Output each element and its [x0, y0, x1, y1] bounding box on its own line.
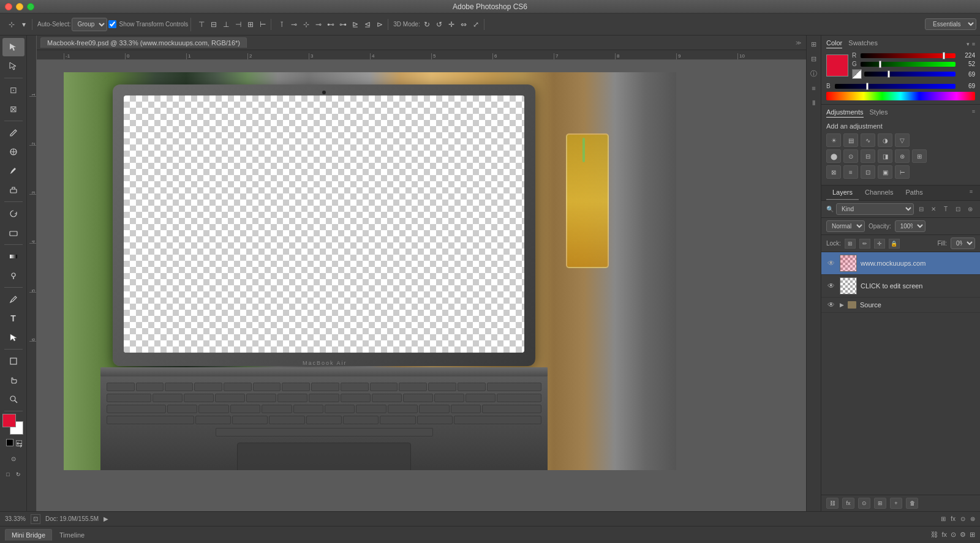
adjustment-icon[interactable]: ⊛: [970, 515, 975, 522]
layer-item-source[interactable]: 👁 ▶ Source: [821, 298, 980, 313]
mask-icon[interactable]: ⊙: [960, 515, 965, 522]
3d-rotate-icon[interactable]: ↻: [421, 19, 432, 30]
layer-item-editscreen[interactable]: 👁 CLICK to edit screen: [821, 275, 980, 298]
bottom-fx-icon[interactable]: fx: [941, 531, 947, 539]
adj-brightness-icon[interactable]: ☀: [826, 133, 841, 147]
tab-timeline[interactable]: Timeline: [53, 530, 91, 541]
dodge-tool[interactable]: [2, 266, 24, 285]
channel-b-slider-sep[interactable]: [835, 84, 956, 89]
layers-panel-menu[interactable]: ≡: [967, 185, 975, 200]
align-vc-icon[interactable]: ⊟: [208, 19, 219, 30]
adj-invert-icon[interactable]: ⊠: [826, 165, 841, 179]
adj-posterize-icon[interactable]: ≡: [843, 165, 858, 179]
dist-bottom-icon[interactable]: ⊹: [301, 19, 312, 30]
pen-tool[interactable]: [2, 290, 24, 309]
bottom-mask-icon[interactable]: ⊙: [951, 531, 956, 539]
opacity-dropdown[interactable]: 100%: [895, 220, 925, 232]
tab-channels[interactable]: Channels: [859, 185, 899, 200]
adj-threshold-icon[interactable]: ⊡: [861, 165, 875, 179]
auto-select-dropdown[interactable]: Group: [72, 18, 107, 31]
tab-layers[interactable]: Layers: [826, 185, 859, 200]
zoom-tool[interactable]: [2, 390, 24, 408]
foreground-color-swatch[interactable]: [2, 414, 16, 427]
filter-smart-icon[interactable]: ⊛: [965, 204, 975, 214]
layers-filter-dropdown[interactable]: Kind: [836, 203, 914, 215]
close-button[interactable]: [5, 3, 12, 10]
quick-mask-tool[interactable]: ⊙: [2, 449, 24, 468]
dist-extra2-icon[interactable]: ⊴: [362, 19, 373, 30]
essentials-dropdown[interactable]: Essentials: [925, 18, 976, 30]
panel-collapse-right[interactable]: ≫: [796, 40, 801, 46]
channel-r-slider[interactable]: [861, 53, 956, 58]
color-picker-container[interactable]: [2, 414, 24, 436]
adj-mix-icon[interactable]: ⊞: [912, 149, 927, 163]
layer-delete-icon[interactable]: 🗑: [906, 498, 918, 509]
bottom-expand-icon[interactable]: ⊞: [970, 531, 975, 539]
tab-paths[interactable]: Paths: [900, 185, 929, 200]
fx-icon[interactable]: fx: [951, 515, 956, 522]
type-tool[interactable]: T: [2, 309, 24, 328]
workspace[interactable]: MacBook Air: [27, 60, 806, 511]
adj-vibrance-icon[interactable]: ⬤: [826, 149, 841, 163]
dist-extra3-icon[interactable]: ⊳: [374, 19, 385, 30]
hand-tool[interactable]: [2, 371, 24, 389]
layer-mask-icon[interactable]: ⊙: [858, 498, 870, 509]
filter-adjust-icon[interactable]: ✕: [929, 204, 938, 214]
panel-layers-icon[interactable]: ≡: [808, 82, 820, 94]
channel-b-slider[interactable]: [864, 72, 956, 77]
align-bottom-icon[interactable]: ⊥: [221, 19, 232, 30]
minimize-button[interactable]: [16, 3, 23, 10]
layer-group-icon[interactable]: ⊞: [874, 498, 886, 509]
selection-tool[interactable]: [2, 38, 24, 56]
filter-shape-icon[interactable]: ⊡: [953, 204, 963, 214]
dist-extra-icon[interactable]: ⊵: [350, 19, 361, 30]
crop-tool[interactable]: ⊡: [2, 81, 24, 99]
filter-type-icon[interactable]: ⊟: [916, 204, 926, 214]
screen-mode-standard[interactable]: □: [4, 470, 13, 479]
eraser-tool[interactable]: [2, 223, 24, 242]
move-tool-arrow[interactable]: ▾: [18, 19, 29, 30]
color-panel-menu[interactable]: ≡: [972, 41, 975, 47]
panel-chars-icon[interactable]: Ⅱ: [808, 97, 820, 109]
dist-left-icon[interactable]: ⊸: [313, 19, 324, 30]
3d-pan-icon[interactable]: ✛: [446, 19, 457, 30]
lock-all-btn[interactable]: 🔒: [889, 239, 900, 249]
color-panel-collapse[interactable]: ▾: [967, 41, 970, 47]
dist-hc-icon[interactable]: ⊷: [325, 19, 336, 30]
adj-exposure-icon[interactable]: ◑: [878, 133, 892, 147]
brush-tool[interactable]: [2, 162, 24, 180]
shape-tool[interactable]: [2, 352, 24, 370]
lock-position-btn[interactable]: ✛: [874, 239, 885, 249]
panel-info-icon[interactable]: ⓘ: [808, 67, 820, 80]
move-tool-icon[interactable]: ⊹: [6, 19, 17, 30]
adj-hue-icon[interactable]: ⊙: [843, 149, 858, 163]
layer-eye-1[interactable]: 👁: [826, 258, 836, 268]
healing-brush-tool[interactable]: [2, 143, 24, 161]
panel-history-icon[interactable]: ⊟: [808, 53, 820, 65]
swap-colors-icon[interactable]: ⇆: [16, 440, 22, 446]
slice-tool[interactable]: ⊠: [2, 100, 24, 118]
maximize-button[interactable]: [27, 3, 34, 10]
panel-arrange-icon[interactable]: ⊞: [808, 38, 820, 50]
direct-selection-tool[interactable]: [2, 57, 24, 75]
adj-mask-icon[interactable]: ▽: [895, 133, 910, 147]
rotate-view-tool[interactable]: ↻: [14, 470, 23, 479]
tab-mini-bridge[interactable]: Mini Bridge: [5, 529, 52, 541]
tab-adjustments[interactable]: Adjustments: [826, 108, 864, 118]
adj-gradient-icon[interactable]: ▣: [878, 165, 892, 179]
bottom-link-icon[interactable]: ⛓: [931, 531, 938, 539]
filter-text-icon[interactable]: T: [941, 204, 951, 214]
align-right-icon[interactable]: ⊢: [257, 19, 268, 30]
lock-transparent-btn[interactable]: ⊞: [845, 239, 856, 249]
layer-effect-icon[interactable]: fx: [842, 498, 854, 509]
show-transform-checkbox[interactable]: [108, 20, 116, 28]
layer-item-mockuuups[interactable]: 👁 www.mockuuups.com: [821, 252, 980, 275]
layer-new-icon[interactable]: +: [890, 498, 902, 509]
adj-photo-icon[interactable]: ⊛: [895, 149, 910, 163]
color-spectrum[interactable]: [826, 92, 975, 100]
adj-colorbalance-icon[interactable]: ⊟: [861, 149, 875, 163]
doc-info-arrow[interactable]: ▶: [104, 515, 108, 522]
doc-tab-item[interactable]: Macbook-free09.psd @ 33.3% (www.mockuuup…: [40, 37, 247, 48]
color-swatch-main[interactable]: [826, 54, 848, 77]
tab-styles[interactable]: Styles: [870, 108, 888, 118]
